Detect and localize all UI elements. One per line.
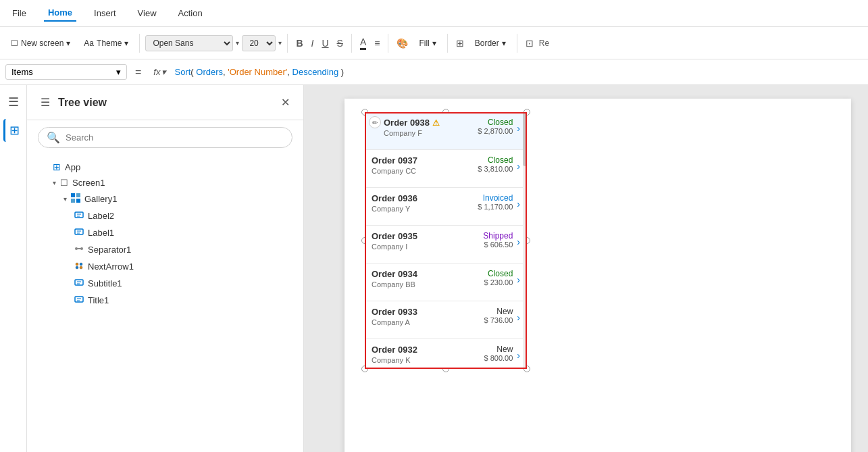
search-input[interactable] [66, 132, 284, 143]
fx-button[interactable]: fx ▾ [149, 65, 170, 79]
title1-label: Title1 [88, 295, 109, 305]
gallery-item-0937[interactable]: Order 0937 Company CC Closed $ 3,810.00 … [365, 150, 527, 188]
company-0936: Company Y [372, 205, 478, 213]
chevron-down-icon[interactable]: ▾ [63, 195, 67, 203]
company-0934: Company BB [372, 280, 484, 288]
company-0938: Company F [384, 129, 478, 137]
item-content-0934: Order 0934 Company BB [372, 269, 484, 288]
strikethrough-button[interactable]: S [334, 35, 346, 51]
toolbar-separator-4 [388, 34, 388, 53]
item-right-0933: New $ 736.00 [484, 307, 513, 324]
status-0937: Closed [478, 155, 513, 165]
font-family-select[interactable]: Open Sans Arial Segoe UI [145, 35, 233, 51]
chevron-right-0932[interactable]: › [517, 350, 520, 361]
chevron-down-icon[interactable]: ▾ [53, 179, 56, 186]
amount-0937: $ 3,810.00 [478, 165, 513, 173]
font-size-select[interactable]: 20 12 14 16 24 [242, 35, 276, 51]
warning-icon-0938: ⚠ [432, 118, 440, 128]
menu-home[interactable]: Home [44, 5, 76, 22]
sidebar: ☰ Tree view ✕ 🔍 ⊞ App ▾ ☐ Screen1 [27, 85, 304, 452]
tree-item-label2[interactable]: Label2 [27, 207, 303, 224]
tree-item-screen1[interactable]: ▾ ☐ Screen1 [27, 175, 303, 191]
treeview-icon[interactable]: ⊞ [3, 119, 24, 142]
bold-button[interactable]: B [293, 35, 305, 51]
menu-action[interactable]: Action [174, 5, 207, 21]
svg-rect-0 [71, 193, 75, 197]
scrollbar-thumb[interactable] [523, 112, 527, 166]
nextarrow1-label: NextArrow1 [88, 261, 134, 272]
re-icon[interactable]: ⊡ [523, 35, 536, 51]
menu-file[interactable]: File [8, 5, 30, 21]
menu-view[interactable]: View [134, 5, 161, 21]
separator-icon [74, 244, 84, 255]
left-panel: ☰ ⊞ [0, 85, 27, 452]
hamburger-icon[interactable]: ☰ [38, 93, 53, 111]
gallery-item-0932[interactable]: Order 0932 Company K New $ 800.00 › [365, 339, 527, 369]
item-right-0938: Closed $ 2,870.00 [478, 118, 513, 135]
gallery-item-0938[interactable]: ✏ Order 0938 ⚠ Company F Closed $ 2,870.… [365, 112, 527, 150]
screen1-label: Screen1 [72, 178, 105, 188]
tree-item-subtitle1[interactable]: Subtitle1 [27, 275, 303, 292]
menu-bar: File Home Insert View Action [0, 0, 868, 27]
item-content-0937: Order 0937 Company CC [372, 155, 478, 175]
paint-button[interactable]: 🎨 [394, 35, 411, 51]
search-box[interactable]: 🔍 [38, 127, 292, 148]
fill-button[interactable]: Fill ▾ [413, 36, 441, 51]
label2-label: Label2 [88, 211, 114, 221]
tree-item-app[interactable]: ⊞ App [27, 159, 303, 175]
chevron-down-icon: ▾ [124, 39, 128, 48]
border-label: Border [475, 39, 499, 48]
gallery-item-0936[interactable]: Order 0936 Company Y Invoiced $ 1,170.00… [365, 188, 527, 226]
formula-display[interactable]: Sort( Orders, 'Order Number', Descending… [174, 67, 863, 77]
gallery-item-0934[interactable]: Order 0934 Company BB Closed $ 230.00 › [365, 263, 527, 301]
scrollbar[interactable] [523, 112, 527, 369]
gallery-item-0935[interactable]: Order 0935 Company I Shipped $ 606.50 › [365, 226, 527, 263]
tree-item-gallery1[interactable]: ▾ Gallery1 [27, 191, 303, 207]
order-title-0936: Order 0936 [372, 193, 478, 203]
screen-icon: ☐ [60, 178, 68, 188]
close-button[interactable]: ✕ [278, 93, 292, 111]
property-label: Items [11, 67, 33, 77]
svg-point-12 [80, 247, 83, 250]
app-label: App [65, 162, 80, 172]
tree-item-title1[interactable]: Title1 [27, 292, 303, 309]
formula-text-content: Sort( Orders, 'Order Number', Descending… [174, 67, 344, 77]
amount-0936: $ 1,170.00 [478, 203, 513, 211]
label-icon [74, 227, 84, 238]
align-button[interactable]: ≡ [372, 35, 382, 51]
canvas: ✏ Order 0938 ⚠ Company F Closed $ 2,870.… [304, 85, 868, 452]
item-content-0935: Order 0935 Company I [372, 231, 483, 251]
toolbar-separator-2 [287, 34, 288, 53]
border-button[interactable]: Border ▾ [469, 36, 511, 51]
tree-item-nextarrow1[interactable]: NextArrow1 [27, 258, 303, 275]
underline-button[interactable]: U [319, 35, 331, 51]
sidebar-header: ☰ Tree view ✕ [27, 85, 303, 120]
chevron-down-icon-font: ▾ [236, 39, 239, 47]
re-label: Re [539, 39, 549, 48]
menu-insert[interactable]: Insert [90, 5, 120, 21]
font-color-button[interactable]: A [357, 34, 369, 53]
amount-0935: $ 606.50 [483, 241, 513, 249]
chevron-right-0933[interactable]: › [517, 312, 520, 323]
layers-icon[interactable]: ☰ [4, 91, 23, 114]
chevron-right-0935[interactable]: › [517, 236, 520, 247]
property-selector[interactable]: Items ▾ [5, 64, 127, 80]
company-0933: Company A [372, 318, 484, 326]
chevron-right-0934[interactable]: › [517, 274, 520, 285]
svg-rect-7 [75, 229, 83, 234]
svg-rect-20 [75, 297, 83, 302]
theme-button[interactable]: Aa Theme ▾ [78, 36, 134, 51]
italic-button[interactable]: I [309, 35, 317, 51]
item-content-0936: Order 0936 Company Y [372, 193, 478, 213]
chevron-right-0936[interactable]: › [517, 199, 520, 209]
tree-item-separator1[interactable]: Separator1 [27, 241, 303, 258]
chevron-right-0937[interactable]: › [517, 161, 520, 172]
item-content-0938: Order 0938 ⚠ Company F [384, 118, 478, 137]
gallery-item-0933[interactable]: Order 0933 Company A New $ 736.00 › [365, 301, 527, 339]
new-screen-button[interactable]: ☐ New screen ▾ [5, 36, 76, 51]
chevron-right-0938[interactable]: › [517, 123, 520, 134]
tree-item-label1[interactable]: Label1 [27, 224, 303, 241]
order-title-0937: Order 0937 [372, 155, 478, 166]
company-0932: Company K [372, 356, 484, 364]
table-icon[interactable]: ⊞ [453, 35, 467, 51]
